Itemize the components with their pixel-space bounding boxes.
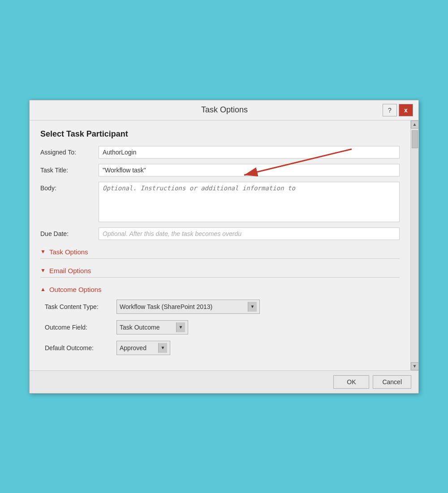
title-bar-buttons: ? x (383, 104, 413, 116)
dialog-body: Select Task Participant Assigned To: Tas… (30, 120, 418, 370)
default-outcome-label: Default Outcome: (45, 344, 116, 352)
title-bar: Task Options ? x (30, 100, 418, 120)
task-content-type-label: Task Content Type: (45, 303, 116, 310)
outcome-field-row: Outcome Field: Task Outcome ▼ (45, 320, 400, 334)
outcome-field-value: Task Outcome (120, 324, 159, 331)
task-content-type-arrow: ▼ (248, 302, 257, 312)
task-options-header[interactable]: ▼ Task Options (40, 246, 400, 257)
ok-button[interactable]: OK (333, 375, 369, 389)
scroll-up-arrow[interactable]: ▲ (411, 120, 419, 129)
email-options-collapse-arrow: ▼ (40, 267, 46, 274)
body-row: Body: (40, 182, 400, 222)
dialog-title: Task Options (66, 105, 383, 115)
outcome-options-content: Task Content Type: Workflow Task (ShareP… (40, 295, 400, 355)
email-options-divider (40, 277, 400, 278)
due-date-placeholder: Optional. After this date, the task beco… (103, 230, 241, 237)
default-outcome-arrow: ▼ (158, 343, 167, 353)
task-title-label: Task Title: (40, 164, 99, 174)
due-date-row: Due Date: Optional. After this date, the… (40, 227, 400, 240)
task-options-collapse-arrow: ▼ (40, 249, 46, 255)
outcome-options-header[interactable]: ▲ Outcome Options (40, 284, 400, 295)
email-options-label: Email Options (49, 267, 91, 274)
default-outcome-row: Default Outcome: Approved ▼ (45, 341, 400, 355)
section-title: Select Task Participant (40, 129, 400, 139)
scroll-down-arrow[interactable]: ▼ (411, 362, 419, 370)
task-content-type-value: Workflow Task (SharePoint 2013) (120, 303, 212, 310)
outcome-field-dropdown[interactable]: Task Outcome ▼ (116, 320, 188, 334)
cancel-button[interactable]: Cancel (373, 375, 411, 389)
outcome-options-expand-arrow: ▲ (40, 286, 46, 292)
task-title-input[interactable] (99, 164, 400, 176)
outcome-options-label: Outcome Options (49, 286, 102, 293)
body-textarea[interactable] (99, 182, 400, 222)
default-outcome-value: Approved (120, 344, 146, 352)
body-label: Body: (40, 182, 99, 192)
outcome-field-label: Outcome Field: (45, 324, 116, 331)
scroll-thumb[interactable] (412, 130, 418, 148)
scrollbar: ▲ ▼ (410, 120, 418, 370)
email-options-section: ▼ Email Options (40, 265, 400, 278)
assigned-to-row: Assigned To: (40, 146, 400, 159)
email-options-header[interactable]: ▼ Email Options (40, 265, 400, 276)
task-options-section: ▼ Task Options (40, 246, 400, 259)
main-content: Select Task Participant Assigned To: Tas… (30, 120, 410, 370)
task-options-divider (40, 258, 400, 259)
task-title-row: Task Title: (40, 164, 400, 176)
due-date-input[interactable]: Optional. After this date, the task beco… (99, 227, 400, 240)
default-outcome-dropdown[interactable]: Approved ▼ (116, 341, 170, 355)
task-content-type-row: Task Content Type: Workflow Task (ShareP… (45, 300, 400, 314)
task-options-dialog: Task Options ? x Select Task Participant… (29, 100, 419, 394)
outcome-options-section: ▲ Outcome Options Task Content Type: Wor… (40, 284, 400, 355)
help-button[interactable]: ? (383, 104, 397, 116)
close-button[interactable]: x (399, 104, 413, 116)
task-options-label: Task Options (49, 248, 88, 256)
assigned-to-input[interactable] (99, 146, 400, 159)
outcome-field-arrow: ▼ (176, 322, 185, 332)
assigned-to-label: Assigned To: (40, 146, 99, 156)
task-content-type-dropdown[interactable]: Workflow Task (SharePoint 2013) ▼ (116, 300, 260, 314)
scroll-track (411, 129, 418, 362)
footer: OK Cancel (30, 370, 418, 393)
due-date-label: Due Date: (40, 227, 99, 237)
